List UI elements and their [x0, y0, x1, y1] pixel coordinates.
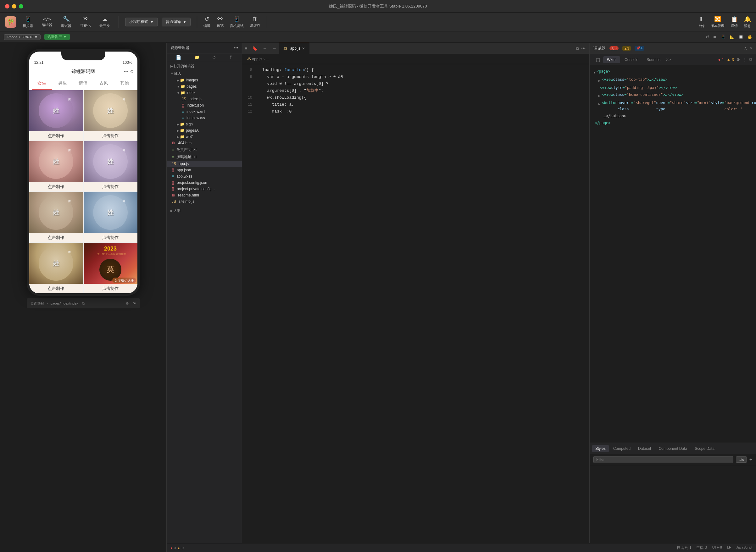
tab-other[interactable]: 其他 [114, 77, 135, 90]
styles-cls-button[interactable]: .cls [736, 456, 747, 463]
grid-item-2[interactable]: 姓 人间清醒 点击制作 [84, 90, 137, 141]
xml-line-view-padding[interactable]: <view style="padding: 5px;"></view> [594, 84, 752, 91]
devtools-dock-icon[interactable]: ⧉ [749, 57, 752, 62]
devtools-tab-sources[interactable]: Sources [643, 56, 664, 63]
styles-tab-dataset[interactable]: Dataset [635, 445, 654, 452]
refresh-explorer-icon[interactable]: ↺ [212, 55, 216, 60]
settings-icon[interactable]: ⚙ [126, 301, 129, 305]
record-icon[interactable]: ⏺ [713, 34, 717, 39]
styles-tab-component-data[interactable]: Component Data [655, 445, 690, 452]
grid-item-8[interactable]: 2023 一生一世 平安喜乐 吉祥如意 莫 分享给小伙伴 点击制作 [84, 243, 137, 293]
devtools-cursor-icon[interactable]: ⬚ [594, 56, 603, 63]
mobile-icon[interactable]: 📱 [721, 34, 726, 39]
styles-tab-styles[interactable]: Styles [592, 445, 609, 452]
grid-item-6[interactable]: 姓 人间清醒 点击制作 [84, 192, 137, 242]
editor-more-icon[interactable]: ••• [581, 46, 586, 50]
file-app-json[interactable]: {} app.json [167, 167, 242, 173]
folder-images[interactable]: ▶ 📁 images [167, 77, 242, 83]
message-button[interactable]: 🔔 消息 [744, 16, 751, 28]
window-controls[interactable] [5, 4, 23, 8]
file-404[interactable]: 🗎 404.html [167, 140, 242, 146]
file-app-js[interactable]: JS app.js [167, 161, 242, 167]
file-app-wxss[interactable]: ≡ app.wxss [167, 173, 242, 179]
tab-app-js[interactable]: JS app.js × [279, 43, 309, 54]
minimize-button[interactable] [12, 4, 16, 8]
devtools-more-tabs[interactable]: >> [666, 57, 671, 62]
file-index-wxss[interactable]: ≡ index.wxss [167, 115, 242, 121]
new-folder-icon[interactable]: 📁 [194, 55, 200, 60]
new-file-icon[interactable]: 📄 [176, 55, 181, 60]
realtest-button[interactable]: 📱 真机调试 [230, 16, 244, 28]
file-index-json[interactable]: {} index.json [167, 102, 242, 109]
xml-line-page[interactable]: ▼ <page> [594, 68, 752, 76]
section-project[interactable]: ▼ 姓氏 [167, 70, 242, 77]
file-source[interactable]: ≡ 源码地址.txt [167, 153, 242, 161]
file-siteinfo[interactable]: JS siteinfo.js [167, 198, 242, 204]
compile-dropdown[interactable]: 普通编译 ▼ [162, 18, 191, 26]
copy-icon[interactable]: ⧉ [82, 301, 85, 305]
folder-pages[interactable]: ▼ 📁 pages [167, 83, 242, 90]
editor-forward-icon[interactable]: → [269, 46, 279, 51]
devtools-options-icon[interactable]: ⋮ [743, 57, 747, 62]
devtools-tab-console[interactable]: Console [621, 56, 642, 63]
nav-camera-icon[interactable]: ⊙ [130, 69, 134, 74]
hotreload-button[interactable]: 热重载 开 ▼ [44, 34, 70, 40]
tab-couple[interactable]: 情侣 [73, 77, 94, 90]
styles-filter-input[interactable] [594, 456, 733, 463]
version-button[interactable]: 🔀 版本管理 [711, 16, 725, 28]
tab-ancient[interactable]: 古风 [93, 77, 114, 90]
mode-dropdown[interactable]: 小程序模式 ▼ [125, 18, 158, 26]
compile-button[interactable]: ↺ 编译 [204, 16, 210, 28]
styles-tab-computed[interactable]: Computed [610, 445, 634, 452]
ruler-icon[interactable]: 📐 [730, 34, 735, 39]
styles-tab-scope-data[interactable]: Scope Data [691, 445, 718, 452]
grid-item-7[interactable]: 姓 人间清醒 点击制作 [29, 243, 83, 293]
folder-we7[interactable]: ▶ 📁 we7 [167, 134, 242, 140]
tab-close-icon[interactable]: × [302, 46, 305, 51]
maximize-button[interactable] [19, 4, 23, 8]
clouddev-button[interactable]: ☁ 云开发 [97, 14, 112, 29]
grid-item-4[interactable]: 姓 人间清醒 点击制作 [84, 141, 137, 191]
file-index-wxml[interactable]: ≡ index.wxml [167, 109, 242, 115]
collapse-icon[interactable]: ⤒ [229, 55, 233, 60]
editor-back-icon[interactable]: ← [260, 46, 269, 51]
xml-line-view-container[interactable]: ▶ <view class="home-container">…</view> [594, 91, 752, 99]
folder-sign[interactable]: ▶ 📁 sign [167, 121, 242, 127]
refresh-icon[interactable]: ↺ [706, 34, 709, 39]
styles-add-button[interactable]: + [749, 457, 752, 462]
file-readme[interactable]: 🗎 readme.html [167, 192, 242, 198]
split-editor-icon[interactable]: ⧉ [576, 46, 579, 51]
xml-line-button[interactable]: ▶ <button hover-class="shareget" open-ty… [594, 99, 752, 113]
grid-item-3[interactable]: 姓 人间清醒 点击制作 [29, 141, 83, 191]
devtools-tab-wxml[interactable]: Wxml [603, 56, 620, 63]
editor-hamburger-icon[interactable]: ≡ [242, 46, 250, 51]
explorer-more-icon[interactable]: ••• [234, 46, 238, 50]
xml-line-button-content[interactable]: …</button> [594, 113, 752, 119]
editor-bookmark-icon[interactable]: 🔖 [250, 46, 260, 51]
tab-male[interactable]: 男生 [52, 77, 73, 90]
grid-item-5[interactable]: 姓 人间清醒 点击制作 [29, 192, 83, 242]
simulator-button[interactable]: 📱 模拟器 [20, 14, 35, 29]
xml-line-view-tab[interactable]: ▶ <view class="top-tab">…</view> [594, 76, 752, 84]
device-selector[interactable]: iPhone X 85% 16 ▼ [4, 34, 40, 40]
detail-button[interactable]: 📋 详情 [731, 16, 738, 28]
tab-female[interactable]: 女生 [32, 77, 52, 90]
nav-more-icon[interactable]: ••• [124, 69, 128, 74]
xml-line-page-close[interactable]: </page> [594, 119, 752, 126]
editor-button[interactable]: </> 编辑器 [39, 15, 55, 29]
file-disclaimer[interactable]: ≡ 免责声明.txt [167, 146, 242, 153]
file-project-private[interactable]: {} project.private.config... [167, 186, 242, 192]
section-open-editors[interactable]: ▶ 打开的编辑器 [167, 62, 242, 70]
file-index-js[interactable]: JS index.js [167, 96, 242, 102]
grid-item-1[interactable]: 姓 人间清醒 点击制作 [29, 90, 83, 141]
devtools-collapse-icon[interactable]: ∧ [744, 46, 747, 50]
eye-icon[interactable]: 👁 [133, 301, 136, 305]
preview-button[interactable]: 👁 预览 [217, 16, 224, 28]
visual-button[interactable]: 👁 可视化 [78, 14, 93, 29]
clearcache-button[interactable]: 🗑 清缓存 [250, 16, 260, 28]
devtools-settings-icon[interactable]: ⚙ [737, 57, 740, 62]
debugger-button[interactable]: 🔧 调试器 [58, 14, 74, 29]
select-icon[interactable]: 🔲 [738, 34, 743, 39]
folder-pagesA[interactable]: ▶ 📁 pagesA [167, 127, 242, 134]
folder-index[interactable]: ▼ 📁 index [167, 90, 242, 96]
